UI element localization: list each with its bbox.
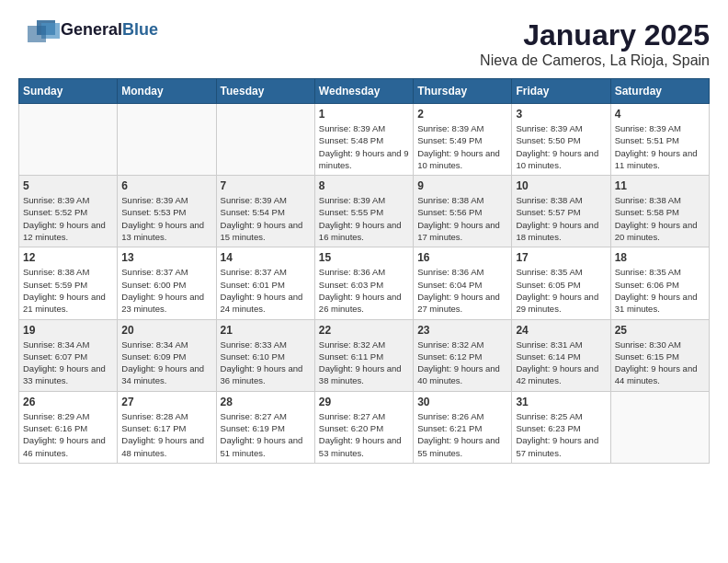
logo-icon (18, 18, 55, 41)
calendar-body: 1Sunrise: 8:39 AM Sunset: 5:48 PM Daylig… (19, 104, 710, 464)
day-info: Sunrise: 8:38 AM Sunset: 5:59 PM Dayligh… (23, 266, 113, 315)
day-info: Sunrise: 8:39 AM Sunset: 5:55 PM Dayligh… (319, 194, 409, 243)
day-info: Sunrise: 8:32 AM Sunset: 6:11 PM Dayligh… (319, 339, 409, 387)
calendar-cell: 14Sunrise: 8:37 AM Sunset: 6:01 PM Dayli… (216, 247, 314, 319)
day-info: Sunrise: 8:38 AM Sunset: 5:58 PM Dayligh… (615, 194, 705, 243)
day-info: Sunrise: 8:28 AM Sunset: 6:17 PM Dayligh… (121, 410, 211, 459)
day-info: Sunrise: 8:39 AM Sunset: 5:49 PM Dayligh… (417, 122, 507, 171)
day-info: Sunrise: 8:38 AM Sunset: 5:56 PM Dayligh… (417, 194, 507, 243)
main-title: January 2025 (480, 18, 710, 52)
day-number: 14 (221, 251, 311, 264)
day-number: 8 (319, 179, 409, 192)
calendar-cell: 31Sunrise: 8:25 AM Sunset: 6:23 PM Dayli… (512, 391, 610, 463)
day-header-tuesday: Tuesday (216, 79, 314, 104)
day-number: 2 (417, 108, 507, 121)
day-number: 6 (121, 179, 211, 192)
day-info: Sunrise: 8:39 AM Sunset: 5:50 PM Dayligh… (516, 122, 606, 171)
week-row-3: 12Sunrise: 8:38 AM Sunset: 5:59 PM Dayli… (19, 247, 710, 319)
day-info: Sunrise: 8:33 AM Sunset: 6:10 PM Dayligh… (221, 339, 311, 387)
calendar-cell: 16Sunrise: 8:36 AM Sunset: 6:04 PM Dayli… (414, 247, 512, 319)
day-number: 17 (516, 251, 606, 264)
day-number: 22 (319, 324, 409, 337)
day-number: 26 (23, 396, 113, 408)
day-info: Sunrise: 8:30 AM Sunset: 6:15 PM Dayligh… (615, 339, 705, 387)
day-info: Sunrise: 8:25 AM Sunset: 6:23 PM Dayligh… (516, 410, 606, 459)
day-info: Sunrise: 8:37 AM Sunset: 6:01 PM Dayligh… (221, 266, 311, 315)
calendar-cell: 27Sunrise: 8:28 AM Sunset: 6:17 PM Dayli… (118, 391, 216, 463)
day-number: 27 (121, 396, 211, 408)
calendar-cell: 25Sunrise: 8:30 AM Sunset: 6:15 PM Dayli… (610, 319, 709, 391)
subtitle: Nieva de Cameros, La Rioja, Spain (480, 52, 710, 69)
day-number: 3 (516, 108, 606, 121)
day-info: Sunrise: 8:34 AM Sunset: 6:09 PM Dayligh… (121, 339, 211, 387)
calendar-cell: 21Sunrise: 8:33 AM Sunset: 6:10 PM Dayli… (216, 319, 314, 391)
calendar-cell: 1Sunrise: 8:39 AM Sunset: 5:48 PM Daylig… (314, 104, 413, 176)
calendar-table: SundayMondayTuesdayWednesdayThursdayFrid… (18, 78, 710, 464)
calendar-cell: 23Sunrise: 8:32 AM Sunset: 6:12 PM Dayli… (414, 319, 512, 391)
calendar-cell: 7Sunrise: 8:39 AM Sunset: 5:54 PM Daylig… (216, 176, 314, 247)
day-number: 7 (221, 179, 311, 192)
logo-general: GeneralBlue (61, 21, 158, 40)
day-info: Sunrise: 8:31 AM Sunset: 6:14 PM Dayligh… (516, 339, 606, 387)
day-info: Sunrise: 8:29 AM Sunset: 6:16 PM Dayligh… (23, 410, 113, 459)
day-header-thursday: Thursday (414, 79, 512, 104)
day-info: Sunrise: 8:35 AM Sunset: 6:05 PM Dayligh… (516, 266, 606, 315)
day-number: 28 (221, 396, 311, 408)
day-header-saturday: Saturday (610, 79, 709, 104)
day-number: 24 (516, 324, 606, 337)
day-info: Sunrise: 8:35 AM Sunset: 6:06 PM Dayligh… (615, 266, 705, 315)
day-number: 11 (615, 179, 705, 192)
calendar-cell: 6Sunrise: 8:39 AM Sunset: 5:53 PM Daylig… (118, 176, 216, 247)
day-info: Sunrise: 8:39 AM Sunset: 5:53 PM Dayligh… (121, 194, 211, 243)
day-header-sunday: Sunday (19, 79, 118, 104)
day-info: Sunrise: 8:38 AM Sunset: 5:57 PM Dayligh… (516, 194, 606, 243)
day-number: 1 (319, 108, 409, 121)
day-info: Sunrise: 8:26 AM Sunset: 6:21 PM Dayligh… (417, 410, 507, 459)
calendar-cell: 17Sunrise: 8:35 AM Sunset: 6:05 PM Dayli… (512, 247, 610, 319)
day-number: 9 (417, 179, 507, 192)
calendar-cell: 18Sunrise: 8:35 AM Sunset: 6:06 PM Dayli… (610, 247, 709, 319)
days-of-week-row: SundayMondayTuesdayWednesdayThursdayFrid… (19, 79, 710, 104)
day-number: 4 (615, 108, 705, 121)
calendar-cell: 10Sunrise: 8:38 AM Sunset: 5:57 PM Dayli… (512, 176, 610, 247)
day-info: Sunrise: 8:36 AM Sunset: 6:03 PM Dayligh… (319, 266, 409, 315)
calendar-cell: 13Sunrise: 8:37 AM Sunset: 6:00 PM Dayli… (118, 247, 216, 319)
calendar-header: SundayMondayTuesdayWednesdayThursdayFrid… (19, 79, 710, 104)
svg-marker-2 (28, 26, 46, 42)
calendar-cell: 5Sunrise: 8:39 AM Sunset: 5:52 PM Daylig… (19, 176, 118, 247)
title-block: January 2025 Nieva de Cameros, La Rioja,… (480, 18, 710, 69)
day-header-friday: Friday (512, 79, 610, 104)
day-number: 18 (615, 251, 705, 264)
day-info: Sunrise: 8:32 AM Sunset: 6:12 PM Dayligh… (417, 339, 507, 387)
day-info: Sunrise: 8:37 AM Sunset: 6:00 PM Dayligh… (121, 266, 211, 315)
calendar-cell: 20Sunrise: 8:34 AM Sunset: 6:09 PM Dayli… (118, 319, 216, 391)
calendar-cell (610, 391, 709, 463)
day-number: 13 (121, 251, 211, 264)
day-header-monday: Monday (118, 79, 216, 104)
calendar-cell: 2Sunrise: 8:39 AM Sunset: 5:49 PM Daylig… (414, 104, 512, 176)
calendar-cell: 30Sunrise: 8:26 AM Sunset: 6:21 PM Dayli… (414, 391, 512, 463)
day-info: Sunrise: 8:34 AM Sunset: 6:07 PM Dayligh… (23, 339, 113, 387)
day-number: 15 (319, 251, 409, 264)
day-number: 12 (23, 251, 113, 264)
logo-text-block: GeneralBlue (61, 21, 158, 40)
week-row-5: 26Sunrise: 8:29 AM Sunset: 6:16 PM Dayli… (19, 391, 710, 463)
calendar-cell: 28Sunrise: 8:27 AM Sunset: 6:19 PM Dayli… (216, 391, 314, 463)
calendar-cell: 11Sunrise: 8:38 AM Sunset: 5:58 PM Dayli… (610, 176, 709, 247)
calendar-cell: 24Sunrise: 8:31 AM Sunset: 6:14 PM Dayli… (512, 319, 610, 391)
calendar-cell: 8Sunrise: 8:39 AM Sunset: 5:55 PM Daylig… (314, 176, 413, 247)
day-number: 10 (516, 179, 606, 192)
calendar-cell: 15Sunrise: 8:36 AM Sunset: 6:03 PM Dayli… (314, 247, 413, 319)
week-row-1: 1Sunrise: 8:39 AM Sunset: 5:48 PM Daylig… (19, 104, 710, 176)
day-number: 21 (221, 324, 311, 337)
day-number: 19 (23, 324, 113, 337)
day-info: Sunrise: 8:39 AM Sunset: 5:52 PM Dayligh… (23, 194, 113, 243)
calendar-cell: 19Sunrise: 8:34 AM Sunset: 6:07 PM Dayli… (19, 319, 118, 391)
week-row-4: 19Sunrise: 8:34 AM Sunset: 6:07 PM Dayli… (19, 319, 710, 391)
calendar-cell (118, 104, 216, 176)
calendar-cell: 29Sunrise: 8:27 AM Sunset: 6:20 PM Dayli… (314, 391, 413, 463)
calendar-cell (19, 104, 118, 176)
day-info: Sunrise: 8:39 AM Sunset: 5:48 PM Dayligh… (319, 122, 409, 171)
day-number: 5 (23, 179, 113, 192)
day-info: Sunrise: 8:27 AM Sunset: 6:20 PM Dayligh… (319, 410, 409, 459)
